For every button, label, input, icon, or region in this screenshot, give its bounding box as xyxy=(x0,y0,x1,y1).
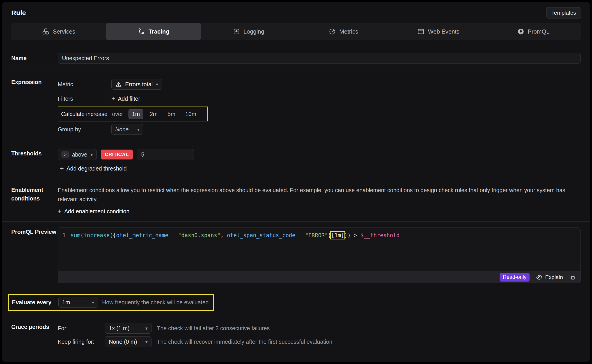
tab-logging[interactable]: Logging xyxy=(201,23,296,40)
tab-label: Web Events xyxy=(428,28,459,35)
tab-tracing[interactable]: Tracing xyxy=(106,23,201,40)
code-token: = xyxy=(168,232,178,239)
tab-services[interactable]: Services xyxy=(11,23,106,40)
tab-promql[interactable]: PromQL xyxy=(486,23,581,40)
code-token: > xyxy=(351,232,360,239)
chevron-down-icon: ▾ xyxy=(92,300,94,305)
templates-button[interactable]: Templates xyxy=(546,7,581,19)
grace-for-helper: The check will fail after 2 consecutive … xyxy=(157,325,270,332)
window-option-2m[interactable]: 2m xyxy=(146,109,161,119)
window-option-5m[interactable]: 5m xyxy=(164,109,179,119)
rule-editor-panel: Rule Templates Services Tracing xyxy=(2,2,590,362)
keep-firing-dropdown[interactable]: None (0 m) ▾ xyxy=(105,336,152,347)
explain-button[interactable]: Explain xyxy=(536,274,563,281)
code-token: $__threshold xyxy=(360,232,399,239)
calculate-label: Calculate increase xyxy=(61,111,112,117)
add-filter-button[interactable]: + Add filter xyxy=(111,96,140,102)
eye-icon xyxy=(536,274,543,281)
evaluate-every-dropdown[interactable]: 1m ▾ xyxy=(58,297,98,308)
chevron-down-icon: ▾ xyxy=(145,326,148,331)
plus-icon: + xyxy=(111,96,115,102)
grace-for-value: 1x (1 m) xyxy=(109,325,130,332)
evaluate-every-value: 1m xyxy=(62,299,70,306)
over-label: over xyxy=(112,111,123,117)
grace-periods-label: Grace periods xyxy=(11,323,58,347)
metric-value: Errors total xyxy=(125,81,153,88)
code-token: } xyxy=(328,232,331,239)
chevron-down-icon: ▾ xyxy=(145,339,148,344)
code-token: sum( xyxy=(71,232,84,239)
promql-preview-label: PromQL Preview xyxy=(11,228,58,283)
logging-icon xyxy=(233,28,240,35)
grace-for-label: For: xyxy=(58,325,105,332)
name-label: Name xyxy=(11,54,58,62)
promql-code-editor[interactable]: 1 sum(increase({otel_metric_name = "dash… xyxy=(58,228,581,283)
group-by-label: Group by xyxy=(58,126,111,133)
group-by-value: None xyxy=(115,126,129,133)
window-option-1m[interactable]: 1m xyxy=(128,109,144,119)
rule-type-tabbar: Services Tracing Logging xyxy=(11,23,581,40)
code-token: "dash0.spans" xyxy=(178,232,220,239)
tab-web-events[interactable]: Web Events xyxy=(391,23,486,40)
group-by-dropdown[interactable]: None ▾ xyxy=(111,124,143,135)
code-token: = xyxy=(295,232,305,239)
chevron-down-icon: ▾ xyxy=(90,152,93,157)
thresholds-label: Thresholds xyxy=(11,149,58,172)
evaluate-every-helper: How frequently the check will be evaluat… xyxy=(102,299,209,306)
enablement-section: Enablement conditions Enablement conditi… xyxy=(2,179,590,221)
code-token: , xyxy=(220,232,227,239)
keep-firing-label: Keep firing for: xyxy=(58,338,105,345)
code-token: )) xyxy=(344,232,351,239)
tab-label: Tracing xyxy=(149,28,169,35)
tab-label: Metrics xyxy=(339,28,358,35)
annotation-box-duration-token: [1m] xyxy=(331,232,344,239)
metric-label: Metric xyxy=(58,81,111,88)
keep-firing-value: None (0 m) xyxy=(109,338,137,345)
tracing-icon xyxy=(138,28,145,35)
code-token: { xyxy=(113,232,116,239)
expression-section: Expression Metric Errors total ▾ xyxy=(2,72,590,142)
tab-label: PromQL xyxy=(528,28,550,35)
threshold-value-input[interactable] xyxy=(137,149,194,160)
add-filter-label: Add filter xyxy=(118,96,140,102)
calculate-row: Calculate increase over 1m 2m 5m 10m xyxy=(58,107,581,121)
line-number: 1 xyxy=(58,231,71,271)
explain-label: Explain xyxy=(545,274,563,280)
annotation-box-calculate: Calculate increase over 1m 2m 5m 10m xyxy=(58,107,208,121)
metric-row: Metric Errors total ▾ xyxy=(58,78,581,91)
services-icon xyxy=(42,28,49,35)
greater-than-icon: > xyxy=(61,151,69,158)
metrics-icon xyxy=(329,28,336,35)
rule-name-input[interactable] xyxy=(58,53,581,64)
plus-icon: + xyxy=(60,165,64,172)
code-token: "ERROR" xyxy=(305,232,328,239)
warning-triangle-icon xyxy=(115,81,122,88)
web-events-icon xyxy=(417,28,425,35)
threshold-row: > above ▾ CRITICAL xyxy=(58,149,581,160)
operator-value: above xyxy=(72,151,87,158)
grace-for-dropdown[interactable]: 1x (1 m) ▾ xyxy=(105,323,152,334)
readonly-badge: Read-only xyxy=(499,273,530,282)
threshold-operator-dropdown[interactable]: > above ▾ xyxy=(58,149,97,160)
window-option-10m[interactable]: 10m xyxy=(182,109,200,119)
thresholds-section: Thresholds > above ▾ CRITICAL + Add degr… xyxy=(2,142,590,179)
tab-label: Services xyxy=(53,28,75,35)
copy-icon[interactable] xyxy=(569,274,576,280)
evaluate-every-section: Evaluate every 1m ▾ How frequently the c… xyxy=(2,290,590,315)
tab-label: Logging xyxy=(243,28,265,35)
chevron-down-icon: ▾ xyxy=(156,82,158,87)
add-degraded-threshold-button[interactable]: + Add degraded threshold xyxy=(60,165,127,172)
name-section: Name xyxy=(2,40,590,71)
annotation-box-evaluate-every: Evaluate every 1m ▾ How frequently the c… xyxy=(8,294,214,311)
add-enablement-condition-button[interactable]: + Add enablement condition xyxy=(58,208,129,215)
code-area: 1 sum(increase({otel_metric_name = "dash… xyxy=(58,228,580,271)
keep-firing-row: Keep firing for: None (0 m) ▾ The check … xyxy=(58,336,581,347)
code-token: otel_span_status_code xyxy=(227,232,295,239)
plus-icon: + xyxy=(58,208,61,215)
grace-for-row: For: 1x (1 m) ▾ The check will fail afte… xyxy=(58,323,581,334)
filters-row: Filters + Add filter xyxy=(58,92,581,105)
enablement-description: Enablement conditions allow you to restr… xyxy=(58,186,581,204)
promql-icon xyxy=(517,28,524,35)
tab-metrics[interactable]: Metrics xyxy=(296,23,391,40)
metric-dropdown[interactable]: Errors total ▾ xyxy=(111,79,162,90)
